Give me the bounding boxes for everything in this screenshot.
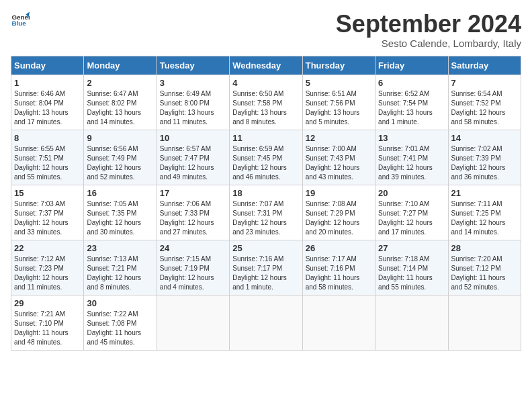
day-number: 20 — [378, 188, 445, 198]
calendar-cell: 24Sunrise: 7:15 AM Sunset: 7:19 PM Dayli… — [157, 240, 229, 295]
day-number: 5 — [306, 78, 372, 88]
day-number: 7 — [451, 78, 518, 88]
calendar-cell: 11Sunrise: 6:59 AM Sunset: 7:45 PM Dayli… — [230, 130, 302, 185]
cell-info: Sunrise: 7:22 AM Sunset: 7:08 PM Dayligh… — [87, 310, 153, 347]
calendar-cell: 28Sunrise: 7:20 AM Sunset: 7:12 PM Dayli… — [448, 240, 521, 295]
day-number: 17 — [160, 188, 226, 198]
calendar-cell: 23Sunrise: 7:13 AM Sunset: 7:21 PM Dayli… — [84, 240, 157, 295]
weekday-header-friday: Friday — [375, 56, 448, 75]
cell-info: Sunrise: 7:20 AM Sunset: 7:12 PM Dayligh… — [451, 255, 518, 292]
cell-info: Sunrise: 6:46 AM Sunset: 8:04 PM Dayligh… — [14, 89, 81, 127]
day-number: 9 — [87, 133, 153, 143]
day-number: 3 — [160, 78, 226, 88]
day-number: 30 — [87, 298, 153, 308]
title-area: September 2024 Sesto Calende, Lombardy, … — [336, 11, 521, 49]
calendar-cell: 4Sunrise: 6:50 AM Sunset: 7:58 PM Daylig… — [230, 75, 302, 130]
calendar-cell: 13Sunrise: 7:01 AM Sunset: 7:41 PM Dayli… — [375, 130, 448, 185]
calendar-cell: 21Sunrise: 7:11 AM Sunset: 7:25 PM Dayli… — [448, 185, 521, 240]
cell-info: Sunrise: 6:57 AM Sunset: 7:47 PM Dayligh… — [160, 144, 226, 182]
day-number: 19 — [306, 188, 372, 198]
cell-info: Sunrise: 6:50 AM Sunset: 7:58 PM Dayligh… — [232, 89, 299, 127]
calendar-cell: 3Sunrise: 6:49 AM Sunset: 8:00 PM Daylig… — [157, 75, 229, 130]
logo-icon: General Blue — [11, 11, 30, 30]
day-number: 16 — [87, 188, 153, 198]
cell-info: Sunrise: 7:18 AM Sunset: 7:14 PM Dayligh… — [378, 255, 445, 292]
cell-info: Sunrise: 7:15 AM Sunset: 7:19 PM Dayligh… — [160, 255, 226, 292]
day-number: 8 — [14, 133, 81, 143]
calendar-cell: 5Sunrise: 6:51 AM Sunset: 7:56 PM Daylig… — [302, 75, 375, 130]
calendar-cell: 25Sunrise: 7:16 AM Sunset: 7:17 PM Dayli… — [230, 240, 302, 295]
calendar-cell: 16Sunrise: 7:05 AM Sunset: 7:35 PM Dayli… — [84, 185, 157, 240]
weekday-header-sunday: Sunday — [11, 56, 84, 75]
calendar-cell: 17Sunrise: 7:06 AM Sunset: 7:33 PM Dayli… — [157, 185, 229, 240]
cell-info: Sunrise: 6:59 AM Sunset: 7:45 PM Dayligh… — [232, 144, 299, 182]
day-number: 14 — [451, 133, 518, 143]
day-number: 24 — [160, 243, 226, 253]
calendar-table: SundayMondayTuesdayWednesdayThursdayFrid… — [11, 56, 521, 351]
day-number: 21 — [451, 188, 518, 198]
week-row-3: 15Sunrise: 7:03 AM Sunset: 7:37 PM Dayli… — [11, 185, 521, 240]
cell-info: Sunrise: 7:16 AM Sunset: 7:17 PM Dayligh… — [232, 255, 299, 292]
day-number: 18 — [232, 188, 299, 198]
logo: General Blue — [11, 11, 30, 30]
week-row-1: 1Sunrise: 6:46 AM Sunset: 8:04 PM Daylig… — [11, 75, 521, 130]
calendar-cell: 26Sunrise: 7:17 AM Sunset: 7:16 PM Dayli… — [302, 240, 375, 295]
calendar-cell: 6Sunrise: 6:52 AM Sunset: 7:54 PM Daylig… — [375, 75, 448, 130]
day-number: 10 — [160, 133, 226, 143]
day-number: 4 — [232, 78, 299, 88]
weekday-header-wednesday: Wednesday — [230, 56, 302, 75]
calendar-cell: 29Sunrise: 7:21 AM Sunset: 7:10 PM Dayli… — [11, 295, 84, 350]
day-number: 22 — [14, 243, 81, 253]
location-title: Sesto Calende, Lombardy, Italy — [336, 38, 521, 49]
calendar-cell: 7Sunrise: 6:54 AM Sunset: 7:52 PM Daylig… — [448, 75, 521, 130]
calendar-cell: 1Sunrise: 6:46 AM Sunset: 8:04 PM Daylig… — [11, 75, 84, 130]
cell-info: Sunrise: 7:21 AM Sunset: 7:10 PM Dayligh… — [14, 310, 81, 347]
calendar-cell — [230, 295, 302, 350]
day-number: 2 — [87, 78, 153, 88]
calendar-cell: 8Sunrise: 6:55 AM Sunset: 7:51 PM Daylig… — [11, 130, 84, 185]
day-number: 1 — [14, 78, 81, 88]
day-number: 6 — [378, 78, 445, 88]
calendar-cell — [302, 295, 375, 350]
calendar-cell: 15Sunrise: 7:03 AM Sunset: 7:37 PM Dayli… — [11, 185, 84, 240]
day-number: 13 — [378, 133, 445, 143]
calendar-cell: 19Sunrise: 7:08 AM Sunset: 7:29 PM Dayli… — [302, 185, 375, 240]
cell-info: Sunrise: 7:02 AM Sunset: 7:39 PM Dayligh… — [451, 144, 518, 182]
cell-info: Sunrise: 7:12 AM Sunset: 7:23 PM Dayligh… — [14, 255, 81, 292]
day-number: 11 — [232, 133, 299, 143]
cell-info: Sunrise: 6:51 AM Sunset: 7:56 PM Dayligh… — [306, 89, 372, 127]
cell-info: Sunrise: 6:47 AM Sunset: 8:02 PM Dayligh… — [87, 89, 153, 127]
cell-info: Sunrise: 7:05 AM Sunset: 7:35 PM Dayligh… — [87, 199, 153, 237]
cell-info: Sunrise: 7:06 AM Sunset: 7:33 PM Dayligh… — [160, 199, 226, 237]
cell-info: Sunrise: 6:54 AM Sunset: 7:52 PM Dayligh… — [451, 89, 518, 127]
week-row-4: 22Sunrise: 7:12 AM Sunset: 7:23 PM Dayli… — [11, 240, 521, 295]
cell-info: Sunrise: 7:11 AM Sunset: 7:25 PM Dayligh… — [451, 199, 518, 237]
calendar-cell: 12Sunrise: 7:00 AM Sunset: 7:43 PM Dayli… — [302, 130, 375, 185]
cell-info: Sunrise: 7:08 AM Sunset: 7:29 PM Dayligh… — [306, 199, 372, 237]
calendar-cell — [448, 295, 521, 350]
calendar-cell: 22Sunrise: 7:12 AM Sunset: 7:23 PM Dayli… — [11, 240, 84, 295]
weekday-header-monday: Monday — [84, 56, 157, 75]
weekday-header-thursday: Thursday — [302, 56, 375, 75]
cell-info: Sunrise: 7:00 AM Sunset: 7:43 PM Dayligh… — [306, 144, 372, 182]
calendar-cell: 18Sunrise: 7:07 AM Sunset: 7:31 PM Dayli… — [230, 185, 302, 240]
day-number: 15 — [14, 188, 81, 198]
weekday-header-tuesday: Tuesday — [157, 56, 229, 75]
calendar-cell: 14Sunrise: 7:02 AM Sunset: 7:39 PM Dayli… — [448, 130, 521, 185]
cell-info: Sunrise: 7:17 AM Sunset: 7:16 PM Dayligh… — [306, 255, 372, 292]
calendar-cell — [157, 295, 229, 350]
cell-info: Sunrise: 7:01 AM Sunset: 7:41 PM Dayligh… — [378, 144, 445, 182]
month-title: September 2024 — [336, 11, 521, 38]
calendar-cell: 2Sunrise: 6:47 AM Sunset: 8:02 PM Daylig… — [84, 75, 157, 130]
page-header: General Blue September 2024 Sesto Calend… — [11, 11, 521, 49]
calendar-cell: 27Sunrise: 7:18 AM Sunset: 7:14 PM Dayli… — [375, 240, 448, 295]
calendar-cell: 10Sunrise: 6:57 AM Sunset: 7:47 PM Dayli… — [157, 130, 229, 185]
day-number: 27 — [378, 243, 445, 253]
calendar-cell: 9Sunrise: 6:56 AM Sunset: 7:49 PM Daylig… — [84, 130, 157, 185]
day-number: 25 — [232, 243, 299, 253]
cell-info: Sunrise: 6:52 AM Sunset: 7:54 PM Dayligh… — [378, 89, 445, 127]
cell-info: Sunrise: 7:03 AM Sunset: 7:37 PM Dayligh… — [14, 199, 81, 237]
cell-info: Sunrise: 7:07 AM Sunset: 7:31 PM Dayligh… — [232, 199, 299, 237]
day-number: 26 — [306, 243, 372, 253]
day-number: 28 — [451, 243, 518, 253]
